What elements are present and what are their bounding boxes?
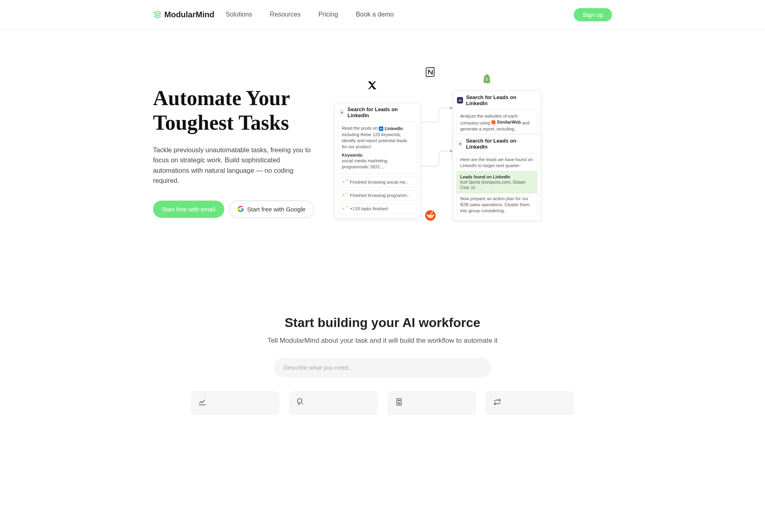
template-tiles [153,391,612,415]
similarweb-chip-label: SimilarWeb [497,119,521,125]
nav-link-book-demo[interactable]: Book a demo [356,11,394,18]
task-status-pill: Finished browsing social me.. [338,177,417,188]
reddit-icon [425,210,436,221]
svg-point-13 [398,400,399,401]
x-twitter-icon [366,80,378,91]
leads-title: Leads found on LinkedIn [460,174,533,180]
cta-google-label: Start free with Google [247,206,306,213]
template-tile-sync[interactable] [486,391,574,415]
sparkle-icon [342,193,347,198]
card-text: Here are the leads we have found on Link… [460,157,533,171]
svg-point-10 [432,211,433,213]
section-title: Start building your AI workforce [153,315,612,330]
hero-subtitle: Tackle previously unautomatable tasks, f… [153,145,314,186]
template-tile-chat[interactable] [289,391,378,415]
nav-link-resources[interactable]: Resources [270,11,300,18]
card-text: Read the posts on [342,126,379,130]
chart-line-icon [198,397,207,406]
cta-start-email-button[interactable]: Start free with email [153,201,224,218]
task-description-input[interactable] [274,358,491,377]
pill-label: Finished browsing social me.. [350,180,408,184]
brand-name: ModularMind [164,10,214,19]
template-tile-document[interactable] [387,391,476,415]
svg-rect-12 [397,399,401,406]
hero-title-line2: Toughest Tasks [153,111,289,134]
template-tile-analytics[interactable] [191,391,279,415]
svg-point-14 [399,400,400,401]
card-text: Now prepare an action plan for our B2B s… [460,193,533,214]
builder-section: Start building your AI workforce Tell Mo… [145,315,620,431]
keywords-label: Keywords: [342,152,413,158]
card-title: Search for Leads on LinkedIn [347,106,416,118]
leads-subtitle: Kort Sports (kortsports.com), Distant Co… [460,180,533,190]
ai-icon: AI [457,97,463,104]
sparkle-icon [342,206,347,211]
notion-icon [425,66,436,78]
card-title: Search for Leads on LinkedIn [466,94,537,106]
nav-link-solutions[interactable]: Solutions [225,11,252,18]
svg-point-7 [431,215,432,216]
signup-button[interactable]: Sign up [574,8,612,21]
nav-links: Solutions Resources Pricing Book a demo [225,11,394,18]
nav-link-pricing[interactable]: Pricing [318,11,338,18]
sparkle-icon [342,180,347,185]
sync-icon [493,397,502,406]
google-icon [238,206,244,212]
svg-point-8 [427,214,428,216]
linkedin-icon: in [379,126,383,131]
document-icon [395,397,403,406]
hero-title-line1: Automate Your [153,87,290,110]
task-status-pill: Finished browsing programm.. [338,190,417,201]
brand[interactable]: ModularMind [153,10,214,19]
similarweb-icon [491,120,496,124]
keywords-text: social media marketing, programmatic SEO… [342,158,413,170]
hero-illustration: ✦ Search for Leads on LinkedIn Read the … [334,62,612,239]
ai-icon: ✦ [339,109,345,116]
navbar: ModularMind Solutions Resources Pricing … [0,0,765,29]
shopify-icon [481,73,492,84]
cta-start-google-button[interactable]: Start free with Google [229,201,314,218]
workflow-card-1: ✦ Search for Leads on LinkedIn Read the … [334,103,421,219]
card-text: including these 120 keywords, identify a… [342,132,407,149]
hero-title: Automate Your Toughest Tasks [153,86,326,135]
chat-search-icon [296,397,305,406]
logo-icon [153,10,162,19]
svg-point-6 [429,215,430,216]
card-title: Search for Leads on LinkedIn [466,138,537,150]
pill-label: Finished browsing programm.. [350,193,409,198]
ai-icon: ✦ [457,141,463,147]
svg-point-9 [433,214,434,216]
svg-point-11 [298,399,302,403]
task-status-pill: +118 tasks finished [338,203,417,214]
pill-label: +118 tasks finished [350,206,388,211]
hero-section: Automate Your Toughest Tasks Tackle prev… [145,29,620,255]
section-subtitle: Tell ModularMind about your task and it … [153,337,612,345]
workflow-card-3: ✦ Search for Leads on LinkedIn Here are … [453,134,541,221]
linkedin-chip-label: LinkedIn [385,126,403,132]
